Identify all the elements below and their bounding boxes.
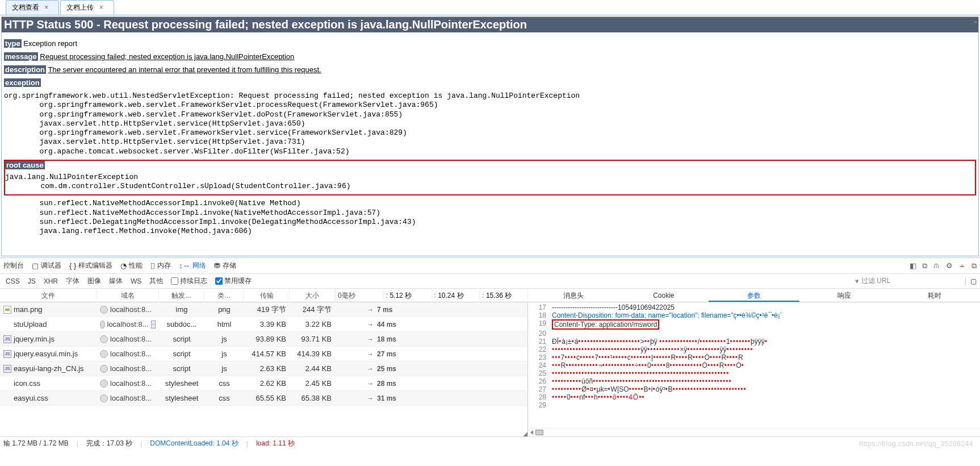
devtools-main-tabs: 控制台 ▢调试器 { }样式编辑器 ◔性能 ⌷内存 ↕↔网络 ⛃存储 ◧ ⧉ ⫙… [0, 258, 980, 274]
filter-other[interactable]: 其他 [149, 276, 163, 286]
network-row[interactable]: icon.csslocalhost:8... stylesheetcss2.62… [0, 376, 527, 391]
filter-media[interactable]: 媒体 [109, 276, 123, 286]
network-row[interactable]: JSjquery.easyui.min.jslocalhost:8... scr… [0, 347, 527, 361]
exception-row: exception [4, 78, 976, 87]
error-message-row: message Request processing failed; neste… [4, 52, 976, 61]
filter-js[interactable]: JS [28, 277, 36, 285]
param-line: 18Content-Disposition: form-data; name="… [529, 311, 979, 319]
filter-css[interactable]: CSS [6, 277, 20, 285]
filter-font[interactable]: 字体 [66, 276, 79, 286]
detail-tab-response[interactable]: 响应 [799, 289, 890, 302]
tab-style-editor[interactable]: { }样式编辑器 [69, 261, 112, 271]
tab-storage[interactable]: ⛃存储 [214, 261, 236, 271]
network-icon: ↕↔ [179, 261, 190, 270]
filter-ws[interactable]: WS [131, 277, 141, 285]
globe-icon [100, 350, 108, 358]
error-page: « HTTP Status 500 - Request processing f… [1, 16, 979, 256]
network-row[interactable]: man.pnglocalhost:8... imgpng419 字节244 字节… [0, 302, 527, 317]
dock-window-icon[interactable]: ⧉ [922, 261, 927, 271]
dock-side-icon[interactable]: ◧ [910, 261, 916, 271]
param-line: 22••••••••••••••••••••••••••••••ÿÿ••••••… [529, 346, 979, 353]
network-request-list: 文件 域名 触发... 类... 传输 大小 0毫秒 : 5.12 秒 : 10… [0, 289, 528, 436]
js-file-icon: JS [3, 365, 11, 373]
network-filter-bar: CSS JS XHR 字体 图像 媒体 WS 其他 持续日志 禁用缓存 ▾ 过滤… [0, 274, 980, 289]
tab-view-doc[interactable]: 文档查看 × [6, 0, 59, 15]
col-cause[interactable]: 触发... [159, 289, 204, 302]
storage-icon: ⛃ [214, 261, 220, 270]
tab-network[interactable]: ↕↔网络 [179, 261, 206, 271]
scroll-arrow-icon[interactable]: « [974, 18, 977, 25]
globe-icon [100, 380, 108, 388]
exception-label: exception [4, 78, 41, 87]
globe-icon [100, 335, 108, 343]
file-icon [3, 380, 11, 388]
tl-2: : 10.24 秒 [432, 289, 480, 302]
filter-url-input[interactable]: ▾ 过滤 URL [855, 276, 957, 286]
tab-upload-doc[interactable]: 文档上传 × [60, 0, 114, 15]
persist-log-checkbox[interactable]: 持续日志 [171, 276, 207, 286]
tab-memory[interactable]: ⌷内存 [150, 261, 171, 271]
devtools-status-bar: 输 1.72 MB / 1.72 MB | 完成：17.03 秒 | DOMCo… [0, 436, 980, 450]
message-value: Request processing failed; nested except… [40, 52, 294, 61]
network-row[interactable]: JSjquery.min.jslocalhost:8... scriptjs93… [0, 332, 527, 347]
error-type-row: type Exception report [4, 39, 976, 48]
gear-icon[interactable]: ⚙ [946, 261, 953, 271]
detail-tab-timing[interactable]: 耗时 [890, 289, 980, 302]
status-domcontentloaded: DOMContentLoaded: 1.04 秒 [150, 439, 238, 448]
param-line: 26••••••••••úöñ•••••••••••••••••••••••••… [529, 377, 979, 385]
col-file[interactable]: 文件 [0, 289, 97, 302]
param-line: 25••••••••••••••••••••••••••••••••••••••… [529, 369, 979, 377]
param-line: 24•••R•••••••••••¬•••••••••••÷•••0•••••8… [529, 361, 979, 369]
popout-icon[interactable]: ⧉ [971, 261, 977, 271]
root-cause-highlight: root cause java.lang.NullPointerExceptio… [4, 160, 976, 196]
gauge-icon: ◔ [120, 261, 127, 270]
description-value: The server encountered an internal error… [48, 65, 321, 74]
network-row[interactable]: easyui.csslocalhost:8... stylesheetcss65… [0, 391, 527, 406]
tab-label: 文档上传 [66, 3, 94, 11]
tab-debugger[interactable]: ▢调试器 [32, 261, 61, 271]
disable-cache-checkbox[interactable]: 禁用缓存 [215, 276, 252, 286]
toggle-drawer-icon[interactable]: ⫙ [933, 261, 940, 271]
network-detail-panel: 消息头 Cookie 参数 响应 耗时 17------------------… [528, 289, 980, 436]
params-content[interactable]: 17-----------------------------105491069… [528, 302, 980, 428]
js-file-icon: JS [3, 350, 11, 358]
scrollbar-thumb[interactable] [535, 430, 543, 435]
network-row[interactable]: JSeasyui-lang-zh_CN.jslocalhost:8... scr… [0, 361, 527, 376]
detail-tabs: 消息头 Cookie 参数 响应 耗时 [528, 289, 980, 302]
filter-img[interactable]: 图像 [87, 276, 101, 286]
param-line: 17-----------------------------105491069… [529, 303, 979, 311]
network-rows[interactable]: man.pnglocalhost:8... imgpng419 字节244 字节… [0, 302, 527, 406]
tab-console[interactable]: 控制台 [3, 261, 24, 271]
scroll-left-icon[interactable] [530, 430, 533, 435]
type-value: Exception report [23, 39, 77, 48]
close-icon[interactable]: × [99, 3, 103, 11]
image-icon [3, 306, 11, 314]
js-file-icon: JS [3, 335, 11, 343]
watermark: https://blog.csdn.net/qq_35206244 [859, 440, 973, 448]
filter-xhr[interactable]: XHR [44, 277, 58, 285]
description-label: description [4, 65, 46, 74]
tab-label: 文档查看 [12, 3, 39, 11]
col-transfer[interactable]: 传输 [244, 289, 290, 302]
detail-tab-params[interactable]: 参数 [709, 289, 799, 302]
error-title: HTTP Status 500 - Request processing fai… [2, 17, 978, 32]
sidebar-toggle-icon[interactable]: ▢ [965, 277, 974, 285]
col-domain[interactable]: 域名 [97, 289, 159, 302]
detail-tab-cookie[interactable]: Cookie [618, 289, 709, 302]
detail-tab-headers[interactable]: 消息头 [528, 289, 618, 302]
status-load: load: 1.11 秒 [256, 439, 295, 448]
memory-icon: ⌷ [150, 261, 155, 270]
devtools-right-icons: ◧ ⧉ ⫙ ⚙ ⫨ ⧉ [910, 261, 977, 271]
params-h-scrollbar[interactable] [528, 428, 980, 436]
param-line: 29 [529, 401, 979, 409]
tab-performance[interactable]: ◔性能 [120, 261, 143, 271]
col-type[interactable]: 类... [204, 289, 244, 302]
network-row[interactable]: stuUploadlocalhost:8... ▫subdoc...html3.… [0, 317, 527, 332]
param-line: 28•••••0•••nf•••h•••••ö••••4Ö•• [529, 393, 979, 401]
dock-bottom-icon[interactable]: ⫨ [958, 261, 966, 271]
close-icon[interactable]: × [44, 3, 48, 11]
status-transferred: 输 1.72 MB / 1.72 MB [3, 439, 69, 448]
col-size[interactable]: 大小 [290, 289, 335, 302]
param-line: 23•••7••••c•••••7••••¹•••••c•••••••|••••… [529, 353, 979, 361]
file-icon [3, 394, 11, 402]
